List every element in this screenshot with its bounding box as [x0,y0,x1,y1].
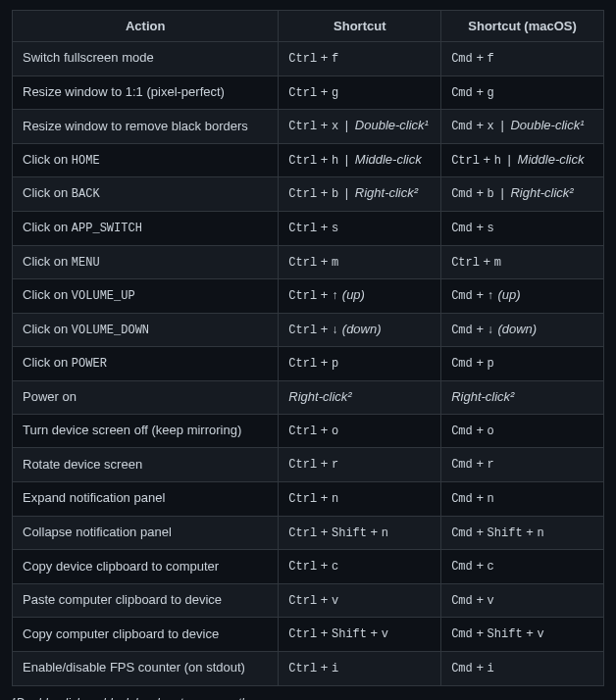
cell-shortcut-mac: Cmd + x | Double-click¹ [441,110,604,144]
table-row: Resize window to remove black bordersCtr… [13,110,604,144]
footnotes: ¹Double-click on black borders to remove… [12,696,604,700]
cell-action: Copy computer clipboard to device [13,618,279,652]
footnote-1: ¹Double-click on black borders to remove… [12,696,604,700]
table-row: Click on VOLUME_DOWNCtrl + ↓ (down)Cmd +… [13,313,604,347]
table-row: Collapse notification panelCtrl + Shift … [13,516,604,550]
table-row: Click on POWERCtrl + pCmd + p [13,347,604,381]
cell-shortcut-mac: Cmd + p [441,347,604,381]
cell-action: Click on POWER [13,347,279,381]
cell-action: Click on MENU [13,245,279,279]
cell-shortcut: Ctrl + c [279,550,441,584]
cell-shortcut-mac: Cmd + ↑ (up) [441,279,604,314]
cell-action: Click on VOLUME_UP [13,279,279,314]
table-row: Power onRight-click²Right-click² [13,380,604,414]
cell-shortcut: Ctrl + n [279,482,441,517]
cell-shortcut: Ctrl + v [279,583,441,618]
cell-action: Expand notification panel [13,482,279,517]
cell-action: Copy device clipboard to computer [13,550,279,584]
cell-shortcut: Ctrl + r [279,448,441,482]
table-row: Click on BACKCtrl + b | Right-click²Cmd … [13,177,604,212]
cell-shortcut: Ctrl + f [279,42,441,76]
cell-shortcut-mac: Cmd + v [441,583,604,618]
cell-shortcut: Ctrl + i [279,651,441,685]
cell-shortcut: Ctrl + o [279,414,441,448]
cell-shortcut: Ctrl + m [279,245,441,279]
cell-shortcut-mac: Cmd + i [441,651,604,685]
cell-action: Collapse notification panel [13,516,279,550]
table-row: Switch fullscreen modeCtrl + fCmd + f [13,42,604,76]
cell-action: Paste computer clipboard to device [13,583,279,618]
col-header-action: Action [13,11,279,42]
cell-action: Switch fullscreen mode [13,42,279,76]
table-row: Click on HOMECtrl + h | Middle-clickCtrl… [13,143,604,177]
cell-shortcut-mac: Cmd + n [441,482,604,517]
cell-action: Click on VOLUME_DOWN [13,313,279,347]
cell-action: Resize window to 1:1 (pixel-perfect) [13,75,279,110]
cell-shortcut: Right-click² [279,380,441,414]
shortcuts-table: Action Shortcut Shortcut (macOS) Switch … [12,10,604,686]
cell-action: Click on BACK [13,177,279,212]
table-row: Paste computer clipboard to deviceCtrl +… [13,583,604,618]
cell-action: Enable/disable FPS counter (on stdout) [13,651,279,685]
cell-shortcut: Ctrl + p [279,347,441,381]
cell-shortcut-mac: Cmd + b | Right-click² [441,177,604,212]
cell-action: Click on APP_SWITCH [13,211,279,245]
table-row: Resize window to 1:1 (pixel-perfect)Ctrl… [13,75,604,110]
cell-shortcut-mac: Cmd + c [441,550,604,584]
table-row: Copy computer clipboard to deviceCtrl + … [13,618,604,652]
table-row: Click on VOLUME_UPCtrl + ↑ (up)Cmd + ↑ (… [13,279,604,314]
cell-shortcut-mac: Ctrl + m [441,245,604,279]
cell-shortcut: Ctrl + g [279,75,441,110]
table-row: Enable/disable FPS counter (on stdout)Ct… [13,651,604,685]
cell-shortcut: Ctrl + b | Right-click² [279,177,441,212]
cell-shortcut-mac: Ctrl + h | Middle-click [441,143,604,177]
cell-action: Power on [13,380,279,414]
cell-shortcut-mac: Cmd + g [441,75,604,110]
cell-shortcut: Ctrl + h | Middle-click [279,143,441,177]
table-row: Expand notification panelCtrl + nCmd + n [13,482,604,517]
cell-shortcut-mac: Cmd + Shift + v [441,618,604,652]
cell-action: Click on HOME [13,143,279,177]
cell-shortcut: Ctrl + ↓ (down) [279,313,441,347]
table-row: Copy device clipboard to computerCtrl + … [13,550,604,584]
cell-shortcut: Ctrl + s [279,211,441,245]
cell-shortcut-mac: Cmd + f [441,42,604,76]
cell-shortcut: Ctrl + ↑ (up) [279,279,441,314]
cell-shortcut: Ctrl + Shift + n [279,516,441,550]
cell-shortcut-mac: Cmd + ↓ (down) [441,313,604,347]
table-row: Rotate device screenCtrl + rCmd + r [13,448,604,482]
table-row: Turn device screen off (keep mirroring)C… [13,414,604,448]
cell-action: Rotate device screen [13,448,279,482]
table-row: Click on APP_SWITCHCtrl + sCmd + s [13,211,604,245]
cell-shortcut: Ctrl + Shift + v [279,618,441,652]
table-row: Click on MENUCtrl + mCtrl + m [13,245,604,279]
col-header-shortcut: Shortcut [279,11,441,42]
col-header-macos: Shortcut (macOS) [441,11,604,42]
cell-shortcut-mac: Cmd + Shift + n [441,516,604,550]
cell-shortcut-mac: Cmd + o [441,414,604,448]
cell-shortcut: Ctrl + x | Double-click¹ [279,110,441,144]
cell-shortcut-mac: Cmd + r [441,448,604,482]
cell-action: Resize window to remove black borders [13,110,279,144]
cell-shortcut-mac: Cmd + s [441,211,604,245]
cell-shortcut-mac: Right-click² [441,380,604,414]
cell-action: Turn device screen off (keep mirroring) [13,414,279,448]
